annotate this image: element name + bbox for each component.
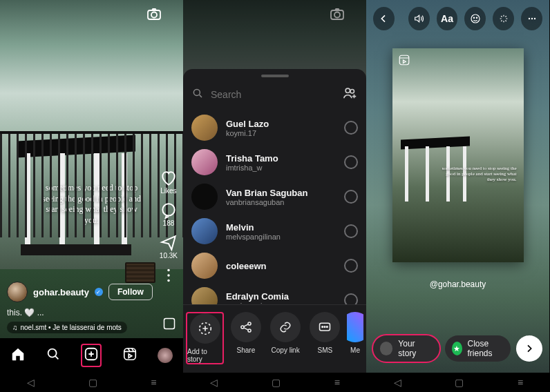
- nav-home-icon[interactable]: [10, 346, 26, 364]
- search-icon: [191, 87, 204, 102]
- close-friends-button[interactable]: ★ Close friends: [445, 335, 511, 362]
- contact-name: Van Brian Saguban: [226, 188, 336, 198]
- contact-avatar: [191, 184, 218, 210]
- like-button[interactable]: Likes: [160, 169, 178, 195]
- sheet-handle[interactable]: [261, 75, 289, 77]
- contact-name: Guel Lazo: [226, 119, 336, 129]
- contact-handle: imtrisha_w: [226, 164, 336, 172]
- svg-point-28: [533, 18, 535, 19]
- contact-select-radio[interactable]: [344, 224, 358, 238]
- contact-row[interactable]: Guel Lazo koymi.17: [183, 110, 366, 145]
- messenger-button[interactable]: Me: [347, 312, 363, 364]
- android-recent-icon[interactable]: ≡: [151, 377, 156, 388]
- sticker-tool-icon[interactable]: [464, 7, 486, 30]
- audio-label: noel.smt • Je te laisserai de mots: [21, 324, 122, 331]
- contact-handle: melvspangilinan: [226, 233, 336, 241]
- svg-point-12: [193, 89, 200, 95]
- share-external-button[interactable]: Share: [228, 312, 263, 364]
- share-sheet: Guel Lazo koymi.17 Trisha Tamo imtrisha_…: [183, 69, 366, 373]
- svg-point-27: [531, 18, 532, 19]
- contact-name: Melvin: [226, 222, 336, 233]
- nav-create-icon[interactable]: [81, 344, 102, 367]
- contact-row[interactable]: coleeewn: [183, 248, 366, 283]
- android-home-icon[interactable]: ▢: [455, 377, 464, 388]
- camera-icon[interactable]: [146, 6, 162, 25]
- svg-point-5: [167, 280, 169, 282]
- contact-handle: vanbriansaguban: [226, 198, 336, 206]
- audio-toggle-icon[interactable]: [408, 7, 430, 30]
- contact-select-radio[interactable]: [344, 259, 358, 273]
- svg-rect-29: [399, 55, 409, 65]
- back-button[interactable]: [373, 7, 395, 30]
- contact-select-radio[interactable]: [344, 155, 358, 169]
- svg-point-1: [151, 12, 157, 18]
- nav-search-icon[interactable]: [46, 346, 61, 364]
- android-recent-icon[interactable]: ≡: [334, 377, 340, 388]
- next-button[interactable]: [516, 335, 542, 362]
- contact-row[interactable]: Trisha Tamo imtrisha_w: [183, 145, 366, 179]
- quote-text: sometimes you need to stop seeing the go…: [0, 183, 183, 226]
- nav-reels-icon[interactable]: [122, 346, 138, 364]
- reels-badge-icon: [398, 54, 410, 69]
- add-to-story-label: Add to story: [187, 348, 222, 363]
- android-home-icon[interactable]: ▢: [88, 377, 97, 388]
- share-sheet-screen: Guel Lazo koymi.17 Trisha Tamo imtrisha_…: [183, 0, 366, 373]
- messenger-label: Me: [350, 346, 360, 354]
- music-icon: ♫: [12, 324, 18, 331]
- follow-button[interactable]: Follow: [108, 284, 153, 300]
- svg-rect-6: [164, 319, 175, 329]
- android-back-icon[interactable]: ◁: [210, 377, 218, 388]
- effects-tool-icon[interactable]: [493, 7, 514, 30]
- contact-name: Edralyn Comia: [226, 291, 336, 302]
- more-button[interactable]: [160, 266, 178, 284]
- audio-thumbnail[interactable]: [162, 317, 176, 333]
- sms-label: SMS: [318, 346, 333, 354]
- contact-row[interactable]: Edralyn Comia comiamazing: [183, 283, 366, 304]
- svg-point-21: [325, 326, 326, 328]
- your-story-label: Your story: [398, 339, 432, 358]
- svg-point-20: [322, 326, 323, 328]
- contact-row[interactable]: Van Brian Saguban vanbriansaguban: [183, 179, 366, 214]
- android-recent-icon[interactable]: ≡: [518, 377, 523, 388]
- caption-text[interactable]: this. 🤍 ...: [7, 308, 44, 317]
- android-home-icon[interactable]: ▢: [272, 377, 281, 388]
- your-story-button[interactable]: Your story: [373, 335, 439, 362]
- story-preview-card[interactable]: sometimes you need to stop seeing the go…: [392, 48, 524, 262]
- story-editor-screen: Aa so: [366, 0, 549, 373]
- svg-point-2: [162, 204, 174, 215]
- android-nav-bar: ◁ ▢ ≡ ◁ ▢ ≡ ◁ ▢ ≡: [0, 373, 550, 392]
- search-input[interactable]: [211, 89, 336, 100]
- svg-point-3: [167, 269, 169, 271]
- copy-link-button[interactable]: Copy link: [268, 312, 303, 364]
- add-people-icon[interactable]: [343, 86, 358, 104]
- android-back-icon[interactable]: ◁: [394, 377, 401, 388]
- svg-point-13: [345, 88, 350, 92]
- close-friends-star-icon: ★: [452, 342, 462, 355]
- likes-label: Likes: [160, 187, 176, 195]
- share-button[interactable]: 10.3K: [160, 234, 178, 259]
- svg-point-26: [528, 18, 529, 19]
- contact-avatar: [191, 287, 218, 304]
- audio-chip[interactable]: ♫ noel.smt • Je te laisserai de mots: [7, 322, 127, 333]
- preview-quote: sometimes you need to stop seeing the go…: [437, 166, 517, 182]
- text-tool-button[interactable]: Aa: [437, 7, 458, 30]
- camera-icon[interactable]: [329, 6, 345, 25]
- comment-button[interactable]: 188: [160, 202, 178, 227]
- contact-select-radio[interactable]: [344, 121, 358, 135]
- svg-point-22: [327, 326, 328, 328]
- contact-row[interactable]: Melvin melvspangilinan: [183, 214, 366, 248]
- contact-select-radio[interactable]: [344, 293, 358, 304]
- author-username[interactable]: gohar.beauty: [33, 287, 89, 297]
- contact-avatar: [191, 149, 218, 175]
- author-avatar[interactable]: [7, 282, 28, 302]
- more-tools-icon[interactable]: [521, 7, 542, 30]
- android-back-icon[interactable]: ◁: [27, 377, 35, 388]
- sms-button[interactable]: SMS: [307, 312, 343, 364]
- attribution-label[interactable]: @gohar.beauty: [366, 280, 549, 289]
- contact-avatar: [191, 115, 218, 141]
- svg-point-24: [473, 17, 474, 18]
- nav-profile-avatar[interactable]: [158, 348, 173, 363]
- contact-select-radio[interactable]: [344, 190, 358, 204]
- contact-avatar: [191, 218, 218, 244]
- add-to-story-button[interactable]: Add to story: [186, 312, 224, 364]
